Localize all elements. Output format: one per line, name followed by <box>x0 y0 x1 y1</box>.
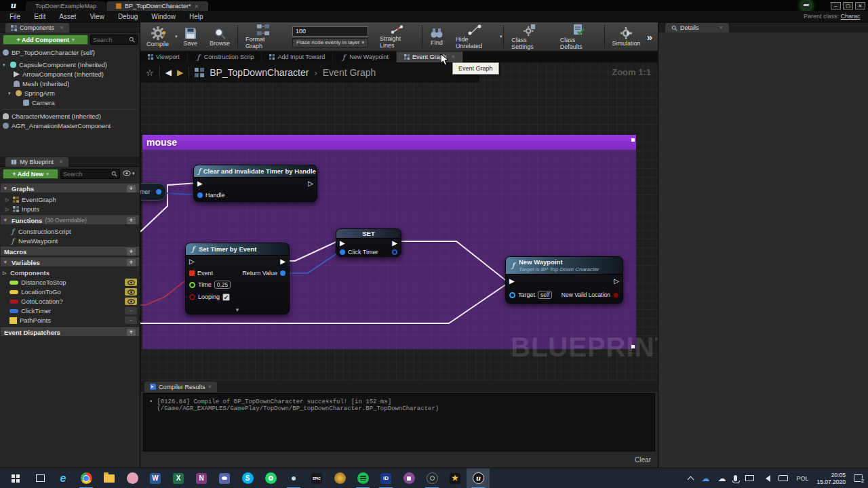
taskbar-edge[interactable]: e <box>52 468 75 488</box>
section-macros[interactable]: Macros + <box>1 247 139 256</box>
taskbar-chrome[interactable] <box>75 468 98 488</box>
notification-center-icon[interactable]: 2 <box>854 474 863 482</box>
target-pin[interactable] <box>509 292 515 298</box>
add-macro-button[interactable]: + <box>127 248 136 256</box>
visibility-eye-toggle[interactable]: ~ <box>125 317 137 324</box>
add-function-button[interactable]: + <box>127 217 136 224</box>
visibility-eye-toggle[interactable] <box>125 288 137 296</box>
tab-close-icon[interactable]: ✕ <box>59 159 63 165</box>
tab-close-icon[interactable]: ✕ <box>208 384 212 390</box>
menu-debug[interactable]: Debug <box>118 13 138 20</box>
taskbar-clock[interactable]: 20:05 15.07.2020 <box>816 472 846 485</box>
class-defaults-button[interactable]: Class Defaults <box>554 22 603 51</box>
list-item-constructionscript[interactable]: ƒ ConstructionScript <box>9 227 137 236</box>
menu-help[interactable]: Help <box>189 13 203 20</box>
menu-window[interactable]: Window <box>151 13 176 20</box>
taskbar-excel[interactable]: X <box>167 468 190 488</box>
tab-construction-script[interactable]: ƒ Construction Scrip <box>188 52 262 62</box>
taskbar-discord[interactable] <box>213 468 236 488</box>
window-tab-topdownexamplemap[interactable]: TopDownExampleMap <box>26 1 106 11</box>
tab-close-icon[interactable]: ✕ <box>60 25 64 30</box>
language-indicator[interactable]: POL <box>796 475 808 482</box>
exec-in-pin[interactable]: ▶ <box>509 278 515 285</box>
add-graph-button[interactable]: + <box>127 185 136 192</box>
close-button[interactable]: ✕ <box>855 2 865 9</box>
tab-event-graph[interactable]: Event Graph ✕ <box>397 52 463 62</box>
event-graph-canvas[interactable]: ☆ ◀ ▶ BP_TopDownCharacter › Event Graph … <box>140 62 658 381</box>
tree-row-arrow[interactable]: ArrowComponent (Inherited) <box>14 70 137 79</box>
compile-button[interactable]: ? Compile <box>140 22 175 51</box>
output-pin[interactable] <box>392 249 397 255</box>
variable-row-pathpoints[interactable]: PathPoints ~ <box>9 316 137 325</box>
components-root-row[interactable]: BP_TopDownCharacter (self) <box>3 48 137 57</box>
tab-components[interactable]: Components ✕ <box>5 23 69 33</box>
add-dispatcher-button[interactable]: + <box>127 329 136 336</box>
taskbar-photos[interactable] <box>121 468 144 488</box>
tab-details[interactable]: Details ✕ <box>665 23 729 33</box>
time-value-field[interactable]: 0,25 <box>214 281 231 289</box>
minimize-button[interactable]: – <box>831 2 841 9</box>
bookmark-star-icon[interactable]: ☆ <box>146 68 154 78</box>
expander-icon[interactable]: ▷ <box>5 197 10 203</box>
return-value-pin[interactable] <box>280 270 285 276</box>
taskbar-epic-games[interactable]: EPIC <box>305 468 328 488</box>
taskbar-word[interactable]: W <box>144 468 167 488</box>
node-clear-invalidate-timer[interactable]: ƒ Clear and Invalidate Timer by Handle ▶… <box>193 165 317 202</box>
class-settings-button[interactable]: Class Settings <box>505 22 553 51</box>
tray-expand-chevron-icon[interactable] <box>688 476 694 483</box>
tab-close-icon[interactable]: ✕ <box>719 25 724 30</box>
list-item-inputs[interactable]: ▷ Inputs <box>5 205 137 214</box>
graduation-cap-icon[interactable] <box>802 1 811 10</box>
section-functions[interactable]: ▾ Functions (30 Overridable) + <box>1 216 139 225</box>
looping-checkbox[interactable]: ✔ <box>222 293 230 301</box>
variable-row-clicktimer[interactable]: ClickTimer ~ <box>9 306 137 315</box>
format-graph-button[interactable]: Format Graph <box>239 22 287 51</box>
task-view-button[interactable] <box>28 468 52 488</box>
microphone-icon[interactable] <box>734 475 737 481</box>
tree-row-camera[interactable]: Camera <box>23 98 137 107</box>
looping-pin[interactable] <box>189 294 195 300</box>
tree-row-capsule[interactable]: ▾ CapsuleComponent (Inherited) <box>3 60 137 69</box>
add-new-button[interactable]: + Add New ▾ <box>3 169 58 179</box>
expander-icon[interactable]: ▾ <box>3 62 7 68</box>
exec-out-pin[interactable]: ▷ <box>308 180 313 187</box>
node-spacing-input[interactable] <box>292 26 368 37</box>
visibility-eye-toggle[interactable] <box>125 279 137 286</box>
variable-row-locationtogo[interactable]: LocationToGo <box>9 287 137 296</box>
list-item-eventgraph[interactable]: ▷ EventGraph <box>5 195 137 204</box>
taskbar-steam[interactable] <box>282 468 305 488</box>
taskbar-skype[interactable]: S <box>236 468 259 488</box>
components-search-input[interactable] <box>93 37 127 43</box>
clear-log-button[interactable]: Clear <box>635 456 651 464</box>
find-button[interactable]: Find <box>424 22 450 51</box>
new-valid-location-pin[interactable] <box>613 292 619 298</box>
add-variable-button[interactable]: + <box>127 259 136 266</box>
list-item-newwaypoint[interactable]: ƒ NewWaypoint <box>9 237 137 245</box>
straight-lines-button[interactable]: Straight Lines <box>374 22 420 51</box>
tree-row-springarm[interactable]: ▾ SpringArm <box>8 89 137 98</box>
taskbar-purple-app[interactable] <box>397 468 420 488</box>
exec-out-pin[interactable]: ▷ <box>614 278 619 285</box>
place-node-dropdown[interactable]: Place node evenly in layer ▾ <box>292 38 368 47</box>
variable-row-distancetostop[interactable]: DistanceToStop <box>9 278 137 287</box>
keyboard-icon[interactable] <box>778 475 788 481</box>
taskbar-star-app[interactable]: ★ <box>443 468 467 488</box>
taskbar-whatsapp[interactable] <box>259 468 282 488</box>
menu-edit[interactable]: Edit <box>34 13 45 20</box>
clicktimer-input-pin[interactable] <box>340 249 345 255</box>
network-icon[interactable] <box>745 475 754 481</box>
node-new-waypoint[interactable]: ƒ New Waypoint Target is BP Top Down Cha… <box>505 256 623 304</box>
tab-close-icon[interactable]: ✕ <box>452 54 456 60</box>
expander-icon[interactable]: ▷ <box>5 207 10 212</box>
nav-forward-icon[interactable]: ▶ <box>177 68 183 77</box>
exec-in-pin[interactable]: ▶ <box>340 240 345 247</box>
breadcrumb-graph[interactable]: Event Graph <box>323 67 376 78</box>
maximize-button[interactable]: ▢ <box>843 2 853 9</box>
exec-out-pin[interactable]: ▶ <box>392 240 397 247</box>
expander-icon[interactable]: ▷ <box>3 270 7 276</box>
visibility-filter-button[interactable]: ▾ <box>123 170 135 176</box>
section-variables[interactable]: ▾ Variables + <box>1 258 139 267</box>
nav-back-icon[interactable]: ◀ <box>165 68 172 77</box>
start-button[interactable] <box>5 468 28 488</box>
taskbar-spotify[interactable] <box>351 468 374 488</box>
